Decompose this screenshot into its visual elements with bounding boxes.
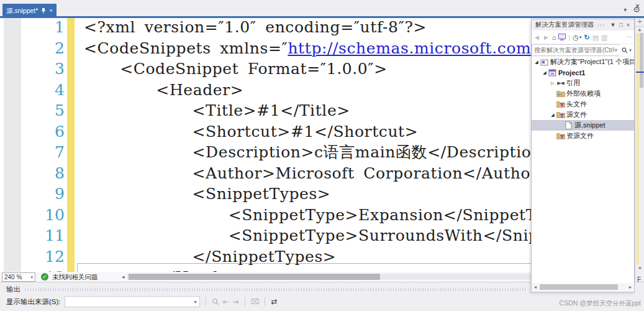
folder-filter-icon (556, 111, 565, 118)
solution-explorer-toolbar: ◄ ► ⌂ | ◷ ▾ ↻ ▤ ▥ ·· (532, 30, 634, 44)
goto-previous-message-icon[interactable]: ⇤ (223, 297, 229, 306)
tree-item-project1[interactable]: ◢Project1 (532, 67, 634, 78)
tree-item-label: 资源文件 (565, 131, 594, 141)
line-number: 3 (0, 60, 65, 78)
line-number: 11 (0, 226, 65, 244)
editor-vertical-scrollbar[interactable]: ÷ ▲ ▼ (635, 18, 644, 282)
sync-with-active-document-icon[interactable]: ↻ (584, 33, 589, 42)
tree-item-label: Project1 (557, 69, 585, 77)
solution-tree: ◢解决方案"Project1"(1 个项目/共 1◢Project1▷引用外部依… (532, 57, 634, 276)
tree-item--project1-1-1[interactable]: ◢解决方案"Project1"(1 个项目/共 1 (532, 57, 634, 67)
tree-item--[interactable]: ▷引用 (532, 78, 634, 88)
show-all-files-icon[interactable]: ▥ (601, 33, 607, 42)
scroll-right-icon[interactable]: ▸ (627, 284, 633, 290)
code-text: <Description>c语言main函数</Description> (65, 142, 555, 162)
find-message-icon[interactable] (212, 298, 219, 305)
scroll-left-icon[interactable]: ◂ (122, 274, 125, 280)
solution-explorer-panel: 解决方案资源管理器 ▼ □ × ◄ ► ⌂ | ◷ ▾ ↻ ▤ ▥ ·· ▾ ◢… (531, 19, 635, 292)
tree-item--[interactable]: 头文件 (532, 99, 634, 109)
tree-item-label: 引用 (565, 78, 580, 88)
pin-icon[interactable] (41, 8, 46, 14)
tree-item-label: 头文件 (565, 100, 587, 109)
line-number: 9 (0, 185, 65, 203)
folder-filter-icon (556, 132, 565, 139)
output-source-dropdown[interactable]: ▾ (65, 296, 200, 307)
watermark: CSDN @梦想天空分外蓝ppt (560, 299, 641, 308)
code-text: <SnippetTypes> (65, 185, 330, 203)
scrollbar-caret-marker (636, 72, 644, 73)
references-icon (556, 80, 565, 86)
scroll-up-icon[interactable]: ▲ (635, 27, 644, 33)
output-toolbar: 显示输出来源(S): ▾ ⇤ ⇥ ⌧ ⇄ (6, 296, 278, 307)
pending-changes-filter-icon[interactable]: ◷ (573, 33, 579, 42)
zoom-level-dropdown[interactable]: 240 % ▾ (2, 272, 35, 282)
tree-item-label: 源.snippet (573, 121, 605, 130)
forward-icon[interactable]: ► (543, 33, 550, 42)
horizontal-scroll-thumb[interactable] (540, 284, 618, 290)
window-position-menu-icon[interactable]: ▼ (608, 22, 617, 28)
folder-filter-icon (556, 101, 565, 108)
code-text: <?xml version=″1.0″ encoding=″utf-8″?> (65, 18, 427, 36)
solution-explorer-titlebar[interactable]: 解决方案资源管理器 ▼ □ × (532, 19, 634, 30)
expander-icon[interactable]: ◢ (533, 60, 540, 65)
code-text: </Header> (65, 268, 249, 272)
output-close-icon[interactable]: × (635, 2, 640, 11)
clear-all-icon[interactable]: ⌧ (251, 297, 260, 306)
line-number: 10 (0, 206, 65, 224)
properties-icon[interactable]: ▤ (592, 33, 599, 42)
search-icon (622, 47, 628, 53)
line-number: 2 (0, 39, 65, 57)
document-icon (564, 121, 573, 129)
code-text: <Shortcut>#1</Shortcut> (65, 123, 418, 141)
code-text: <Header> (65, 81, 243, 99)
document-health-status: 未找到相关问题 (52, 273, 98, 282)
output-panel-title: 输出 (6, 285, 20, 294)
vertical-scroll-thumb[interactable] (640, 33, 643, 88)
horizontal-scroll-thumb[interactable] (129, 274, 380, 280)
goto-next-message-icon[interactable]: ⇥ (233, 297, 239, 306)
panel-grip-texture (25, 288, 526, 291)
tree-item--[interactable]: ◢源文件 (532, 109, 634, 120)
maximize-icon[interactable]: □ (617, 22, 624, 28)
toolbar-separator (206, 297, 206, 306)
toolbar-separator (245, 297, 245, 306)
editor-split-grip-icon[interactable]: ÷ (635, 18, 644, 27)
tab-close-icon[interactable]: × (49, 8, 52, 14)
switch-views-icon[interactable] (558, 34, 566, 40)
scroll-down-icon[interactable]: ▼ (635, 266, 644, 272)
expander-icon[interactable]: ▷ (550, 81, 556, 86)
toggle-word-wrap-icon[interactable]: ⇄ (271, 297, 277, 306)
tree-item--[interactable]: 资源文件 (532, 131, 634, 141)
scrollbar-change-annotation (637, 33, 639, 264)
expander-icon[interactable]: ◢ (542, 70, 548, 75)
project-icon (548, 69, 557, 77)
close-icon[interactable]: × (625, 22, 632, 28)
tree-item-label: 解决方案"Project1"(1 个项目/共 1 (549, 57, 634, 67)
line-number: 12 (0, 248, 65, 266)
vertical-scroll-track[interactable]: ▼ (635, 33, 644, 264)
line-number: 8 (0, 164, 65, 182)
solution-explorer-horizontal-scrollbar[interactable]: ◂ ▸ (532, 283, 633, 291)
search-input[interactable] (532, 44, 619, 56)
scroll-left-icon[interactable]: ◂ (532, 284, 538, 290)
editor-horizontal-scrollbar[interactable] (127, 274, 531, 280)
line-number: 1 (0, 18, 65, 36)
line-number: 4 (0, 81, 65, 99)
search-options-button[interactable]: ▾ (619, 47, 634, 53)
tree-item--[interactable]: 外部依赖项 (532, 88, 634, 99)
code-text: <CodeSnippet Format=″1.0.0″> (65, 60, 388, 78)
toolbar-overflow-icon[interactable]: ·· (627, 34, 632, 40)
tree-item--snippet[interactable]: 源.snippet (532, 120, 634, 131)
back-icon[interactable]: ◄ (533, 33, 540, 42)
code-text: <SnippetType>Expansion</SnippetType> (65, 206, 579, 224)
chevron-down-icon: ▾ (629, 48, 632, 53)
document-health-check-icon[interactable]: ✓ (41, 273, 48, 281)
chevron-down-icon[interactable]: ▾ (624, 6, 627, 13)
line-number: 7 (0, 143, 65, 161)
expander-icon[interactable]: ◢ (550, 113, 556, 118)
toolbar-separator (265, 297, 265, 306)
zoom-level-value: 240 % (4, 274, 22, 281)
solution-icon (540, 58, 549, 66)
panel-grip-texture (598, 24, 605, 27)
home-icon[interactable]: ⌂ (552, 33, 556, 42)
